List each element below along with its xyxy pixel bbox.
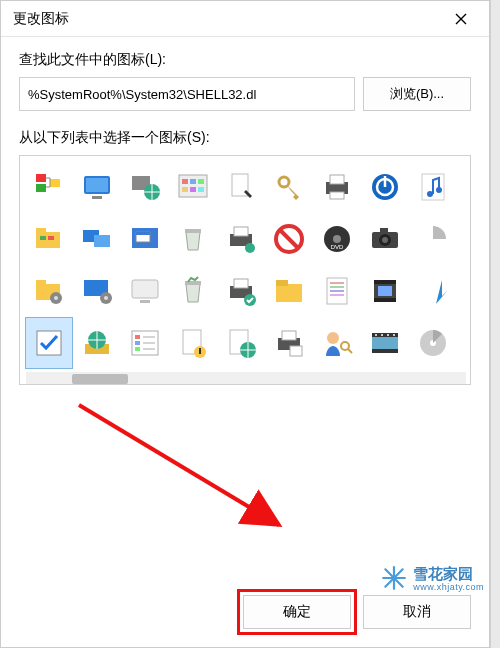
svg-rect-87	[282, 331, 296, 340]
folder-yellow-icon[interactable]	[266, 266, 312, 316]
power-icon[interactable]	[362, 162, 408, 212]
icon-grid: DVD	[26, 162, 466, 368]
keys-icon[interactable]	[266, 162, 312, 212]
disc-gray-icon[interactable]	[410, 318, 456, 368]
film-frames-icon[interactable]	[362, 318, 408, 368]
svg-rect-8	[179, 175, 207, 197]
svg-rect-35	[185, 229, 201, 233]
globe-box-icon[interactable]	[74, 318, 120, 368]
svg-rect-13	[190, 187, 196, 192]
dual-monitor-icon[interactable]	[74, 214, 120, 264]
svg-rect-12	[182, 187, 188, 192]
svg-point-90	[341, 342, 349, 350]
icon-scrollbar[interactable]	[26, 372, 466, 385]
svg-point-42	[333, 235, 341, 243]
svg-rect-9	[182, 179, 188, 184]
look-in-label: 查找此文件中的图标(L):	[19, 51, 471, 69]
document-cursor-icon[interactable]	[218, 162, 264, 212]
svg-rect-59	[234, 279, 248, 288]
icon-path-input[interactable]	[19, 77, 355, 111]
settings-tree-icon[interactable]	[26, 162, 72, 212]
svg-rect-55	[132, 280, 158, 298]
svg-rect-77	[135, 341, 140, 345]
titlebar: 更改图标	[1, 1, 489, 37]
annotation-arrow	[69, 395, 349, 545]
printer-network-icon[interactable]	[218, 214, 264, 264]
printer-icon[interactable]	[314, 162, 360, 212]
scrollbar-thumb[interactable]	[72, 374, 128, 384]
user-key-icon[interactable]	[314, 318, 360, 368]
background-strip	[490, 0, 500, 648]
svg-rect-27	[36, 228, 46, 234]
svg-rect-10	[190, 179, 196, 184]
svg-rect-0	[36, 174, 46, 182]
monitor-icon[interactable]	[74, 162, 120, 212]
printer-page-icon[interactable]	[266, 318, 312, 368]
svg-point-25	[436, 187, 442, 193]
svg-rect-31	[94, 235, 110, 247]
svg-rect-5	[92, 196, 102, 199]
svg-rect-70	[374, 298, 396, 302]
svg-rect-1	[36, 184, 46, 192]
svg-line-40	[280, 230, 298, 248]
monitor-blank-icon[interactable]	[122, 266, 168, 316]
svg-rect-69	[374, 280, 396, 284]
ok-button[interactable]: 确定	[243, 595, 351, 629]
dialog-content: 查找此文件中的图标(L): 浏览(B)... 从以下列表中选择一个图标(S): …	[1, 37, 489, 585]
svg-rect-29	[48, 236, 54, 240]
close-button[interactable]	[441, 5, 481, 33]
svg-point-94	[375, 334, 377, 336]
svg-rect-34	[136, 232, 150, 235]
dialog-title: 更改图标	[9, 10, 441, 28]
svg-rect-47	[380, 228, 388, 233]
film-clip-icon[interactable]	[362, 266, 408, 316]
svg-rect-11	[198, 179, 204, 184]
svg-rect-37	[234, 227, 248, 236]
svg-rect-28	[40, 236, 46, 240]
icon-list-box: DVD	[19, 155, 471, 385]
svg-rect-88	[290, 346, 302, 356]
svg-point-89	[327, 332, 339, 344]
svg-rect-57	[185, 281, 201, 285]
printer-ok-icon[interactable]	[218, 266, 264, 316]
recycle-empty-icon[interactable]	[170, 214, 216, 264]
button-row: 确定 取消	[1, 585, 489, 647]
svg-point-97	[393, 334, 395, 336]
camera-icon[interactable]	[362, 214, 408, 264]
svg-rect-19	[330, 192, 344, 199]
path-row: 浏览(B)...	[19, 77, 471, 111]
cancel-button[interactable]: 取消	[363, 595, 471, 629]
svg-point-38	[245, 243, 255, 253]
network-globe-icon[interactable]	[122, 162, 168, 212]
list-document-icon[interactable]	[314, 266, 360, 316]
checkbox-checked-icon[interactable]	[26, 318, 72, 368]
svg-rect-49	[36, 280, 46, 286]
change-icon-dialog: 更改图标 查找此文件中的图标(L): 浏览(B)... 从以下列表中选择一个图标…	[0, 0, 490, 648]
desktop-window-icon[interactable]	[122, 214, 168, 264]
svg-rect-93	[372, 349, 398, 353]
svg-rect-71	[378, 286, 392, 296]
svg-rect-2	[50, 179, 60, 187]
control-panel-icon[interactable]	[170, 162, 216, 212]
globe-page-icon[interactable]	[218, 318, 264, 368]
download-arrow-icon[interactable]	[410, 266, 456, 316]
folder-gear-icon[interactable]	[26, 266, 72, 316]
svg-rect-4	[86, 178, 108, 192]
close-icon	[455, 13, 467, 25]
svg-rect-18	[330, 175, 344, 184]
monitor-gear-icon[interactable]	[74, 266, 120, 316]
svg-rect-62	[276, 280, 288, 286]
partial-disc-icon[interactable]	[410, 214, 456, 264]
music-note-icon[interactable]	[410, 162, 456, 212]
browse-button[interactable]: 浏览(B)...	[363, 77, 471, 111]
select-icon-label: 从以下列表中选择一个图标(S):	[19, 129, 471, 147]
no-entry-icon[interactable]	[266, 214, 312, 264]
folder-tree-icon[interactable]	[26, 214, 72, 264]
recycle-full-icon[interactable]	[170, 266, 216, 316]
svg-point-46	[382, 237, 388, 243]
spacer	[19, 385, 471, 575]
svg-line-100	[79, 405, 279, 525]
list-apps-icon[interactable]	[122, 318, 168, 368]
dvd-disc-icon[interactable]: DVD	[314, 214, 360, 264]
page-touch-icon[interactable]	[170, 318, 216, 368]
